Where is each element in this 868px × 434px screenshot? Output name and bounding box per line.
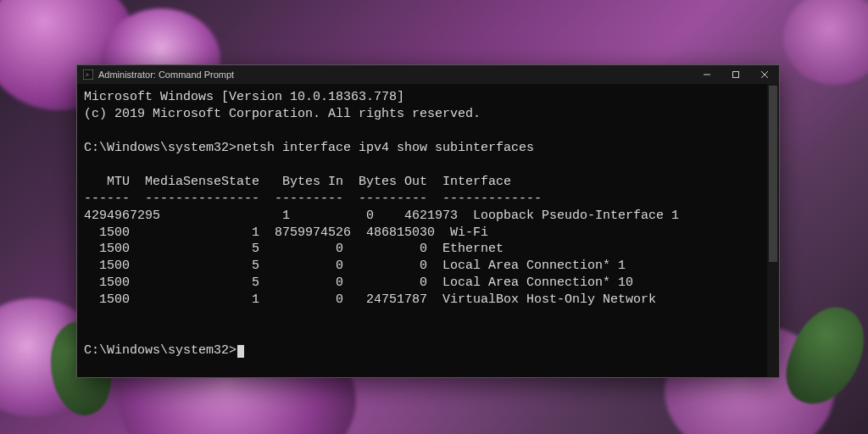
cmd-icon: > — [82, 69, 94, 81]
svg-rect-3 — [733, 72, 739, 78]
titlebar[interactable]: > Administrator: Command Prompt — [77, 65, 779, 84]
table-row: 1500 1 8759974526 486815030 Wi-Fi — [84, 225, 772, 242]
close-button[interactable] — [750, 65, 779, 84]
table-header: MTU MediaSenseState Bytes In Bytes Out I… — [84, 174, 772, 191]
copyright-line: (c) 2019 Microsoft Corporation. All righ… — [84, 107, 481, 121]
command-prompt-window: > Administrator: Command Prompt Microsof… — [76, 64, 780, 378]
table-row: 4294967295 1 0 4621973 Loopback Pseudo-I… — [84, 208, 772, 225]
table-row: 1500 5 0 0 Local Area Connection* 10 — [84, 275, 772, 292]
prompt-command: netsh interface ipv4 show subinterfaces — [236, 141, 534, 155]
window-title: Administrator: Command Prompt — [98, 70, 234, 80]
table-row: 1500 5 0 0 Ethernet — [84, 241, 772, 258]
scrollbar-thumb[interactable] — [769, 86, 777, 262]
cursor — [237, 345, 244, 358]
table-row: 1500 1 0 24751787 VirtualBox Host-Only N… — [84, 292, 772, 309]
version-line: Microsoft Windows [Version 10.0.18363.77… — [84, 90, 404, 104]
table-separator: ------ --------------- --------- -------… — [84, 191, 772, 208]
maximize-button[interactable] — [721, 65, 750, 84]
terminal-output[interactable]: Microsoft Windows [Version 10.0.18363.77… — [77, 84, 779, 377]
table-row: 1500 5 0 0 Local Area Connection* 1 — [84, 258, 772, 275]
minimize-button[interactable] — [693, 65, 721, 84]
prompt-path: C:\Windows\system32> — [84, 343, 236, 358]
vertical-scrollbar[interactable] — [767, 84, 779, 377]
prompt-path: C:\Windows\system32> — [84, 141, 236, 155]
svg-text:>: > — [86, 71, 90, 79]
background-flower — [783, 0, 868, 85]
